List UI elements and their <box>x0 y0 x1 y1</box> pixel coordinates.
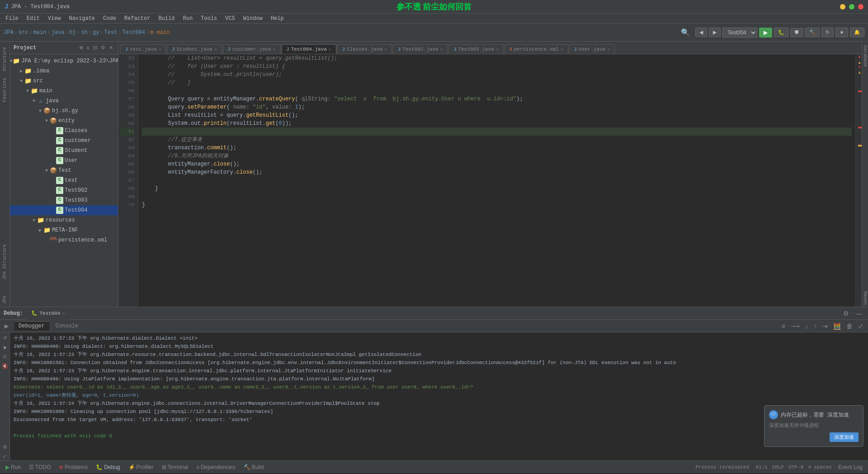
menu-navigate[interactable]: Navigate <box>65 14 99 23</box>
menu-help[interactable]: Help <box>267 14 288 23</box>
breadcrumb-gy[interactable]: gy <box>93 29 99 36</box>
database-panel-tab[interactable]: Database <box>862 43 868 69</box>
tab-close-customer[interactable]: ✕ <box>273 47 276 52</box>
toolbar-back-btn[interactable]: ◀ <box>695 28 707 37</box>
console-step-out-btn[interactable]: ↑ <box>812 322 819 331</box>
tab-student-java[interactable]: J Student.java ✕ <box>167 44 222 54</box>
terminal-action-btn[interactable]: ⊞ Terminal <box>158 463 192 471</box>
favorites-tab[interactable]: Favorites <box>1 75 8 105</box>
maximize-button[interactable] <box>849 4 854 9</box>
menu-build[interactable]: Build <box>155 14 178 23</box>
notification-action-btn[interactable]: 深度加速 <box>830 432 859 442</box>
close-button[interactable] <box>858 4 863 9</box>
tab-close-test003[interactable]: ✕ <box>496 47 499 52</box>
console-run-cursor-btn[interactable]: ⇥ <box>821 322 830 331</box>
tab-close-test004[interactable]: ✕ <box>329 47 331 52</box>
tree-item-test002[interactable]: C Test002 <box>10 185 118 195</box>
debug-settings-btn[interactable]: ⚙ <box>841 309 851 318</box>
breadcrumb-main[interactable]: main <box>33 29 47 36</box>
coverage-button[interactable]: ⛊ <box>790 28 803 37</box>
debug-mute-btn[interactable]: 🔇 <box>0 362 10 370</box>
build-button[interactable]: 🔨 <box>805 28 820 37</box>
console-clear-btn[interactable]: 🗑 <box>844 322 854 331</box>
tree-item-java[interactable]: ▼ ☕ java <box>10 96 118 106</box>
tab-user-java[interactable]: J User.java ✕ <box>569 44 615 54</box>
menu-run[interactable]: Run <box>179 14 196 23</box>
tree-item-user[interactable]: C User <box>10 156 118 166</box>
debug-expand2-btn[interactable]: ⤢ <box>1 453 9 460</box>
tree-item-resources[interactable]: ▼ 📁 resources <box>10 215 118 225</box>
tree-item-idea[interactable]: ▶ 📁 .idea <box>10 66 118 76</box>
console-eval-btn[interactable]: 🧮 <box>831 322 843 331</box>
menu-refactor[interactable]: Refactor <box>121 14 154 23</box>
debug-settings2-btn[interactable]: ⚙ <box>1 443 9 451</box>
code-content[interactable]: // List<User> resultList = query.getResu… <box>138 54 855 307</box>
menu-view[interactable]: View <box>44 14 65 23</box>
event-log-btn[interactable]: Event Log <box>835 463 866 471</box>
breadcrumb-src[interactable]: src <box>19 29 28 36</box>
tree-item-customer[interactable]: C customer <box>10 136 118 146</box>
menu-window[interactable]: Window <box>240 14 266 23</box>
run-config-select[interactable]: Test004 <box>722 28 757 38</box>
tree-item-bjshgy[interactable]: ▼ 📦 bj.sh.gy <box>10 106 118 116</box>
tree-item-classes[interactable]: C Classes <box>10 126 118 136</box>
toolbar-search-btn[interactable]: 🔍 <box>677 27 693 38</box>
breadcrumb-test004[interactable]: Test004 <box>123 29 145 36</box>
menu-vcs[interactable]: VCS <box>222 14 239 23</box>
maven-panel-tab[interactable]: Maven <box>862 289 868 307</box>
menu-code[interactable]: Code <box>99 14 120 23</box>
panel-expand-btn[interactable]: ≡ <box>85 44 91 51</box>
breadcrumb-bj[interactable]: bj <box>70 29 76 36</box>
debugger-tab[interactable]: Debugger <box>14 321 49 331</box>
tab-close-persistence[interactable]: ✕ <box>561 47 563 52</box>
debug-minimize-btn[interactable]: — <box>854 309 864 318</box>
tree-item-test004[interactable]: C Test004 <box>10 205 118 215</box>
debug-action-btn[interactable]: 🐛 Debug <box>92 463 123 471</box>
run-action-btn[interactable]: ▶ Run <box>2 463 24 471</box>
debug-run-button[interactable]: 🐛 <box>774 28 788 37</box>
console-expand-btn[interactable]: ⤢ <box>856 322 865 331</box>
tree-item-student[interactable]: C Student <box>10 146 118 156</box>
debug-restart-btn[interactable]: ↺ <box>1 334 9 342</box>
breadcrumb-jpa[interactable]: JPA <box>4 29 14 36</box>
panel-close-btn[interactable]: ✕ <box>108 44 114 51</box>
debug-stop-btn[interactable]: ■ <box>1 344 8 351</box>
tab-close-user[interactable]: ✕ <box>607 47 610 52</box>
tree-item-jpa[interactable]: ▼ 📁 JPA E:\my eclisp 2022-3-23\JPA <box>10 56 118 66</box>
toolbar-forward-btn[interactable]: ▶ <box>709 28 721 37</box>
menu-file[interactable]: File <box>2 14 22 23</box>
tree-item-main[interactable]: ▼ 📁 main <box>10 86 118 96</box>
tab-test003-java[interactable]: J Test003.java ✕ <box>448 44 503 54</box>
structure-tab[interactable]: Structure <box>1 44 8 74</box>
breadcrumb-main2[interactable]: m main <box>150 29 170 36</box>
console-format-btn[interactable]: ≡ <box>780 322 787 331</box>
tree-item-test003[interactable]: C Test003 <box>10 195 118 205</box>
build-action-btn[interactable]: 🔨 Build <box>240 463 268 471</box>
panel-locate-btn[interactable]: ⊕ <box>78 44 85 51</box>
panel-settings-btn[interactable]: ⚙ <box>99 44 107 51</box>
debug-config-tab[interactable]: 🐛 Test004 ✕ <box>27 307 69 320</box>
tree-item-enity[interactable]: ▼ 📦 enity <box>10 116 118 126</box>
tab-close-test002[interactable]: ✕ <box>440 47 443 52</box>
bookmark-button[interactable]: ★ <box>835 28 848 37</box>
debug-breakpoints-btn[interactable]: ⊙ <box>1 353 9 360</box>
profiler-action-btn[interactable]: ⚡ Profiler <box>125 463 157 471</box>
tab-test-java[interactable]: J test.java ✕ <box>120 44 166 54</box>
menu-tools[interactable]: Tools <box>197 14 221 23</box>
jpa-bottom-tab[interactable]: JPA <box>1 293 8 307</box>
console-step-over-btn[interactable]: ⟶ <box>789 322 802 331</box>
tab-close-classes[interactable]: ✕ <box>384 47 387 52</box>
run-button[interactable]: ▶ <box>759 28 772 38</box>
tab-customer-java[interactable]: J customer.java ✕ <box>223 44 281 54</box>
minimize-button[interactable] <box>840 4 845 9</box>
dependencies-action-btn[interactable]: ≡ Dependencies <box>193 463 239 471</box>
tree-item-test-pkg[interactable]: ▼ 📦 Test <box>10 166 118 175</box>
tree-item-test[interactable]: C test <box>10 175 118 185</box>
tab-persistence-xml[interactable]: X persistence.xml ✕ <box>505 44 568 54</box>
panel-collapse-btn[interactable]: ⊟ <box>92 44 99 51</box>
breadcrumb-sh[interactable]: sh <box>81 29 87 36</box>
jpa-structure-tab[interactable]: JPA Structure <box>1 242 8 282</box>
tab-test004-java[interactable]: J Test004.java ✕ <box>282 44 336 54</box>
tab-close-test[interactable]: ✕ <box>158 47 161 52</box>
debug-resume-btn[interactable]: ▶ <box>3 322 10 330</box>
